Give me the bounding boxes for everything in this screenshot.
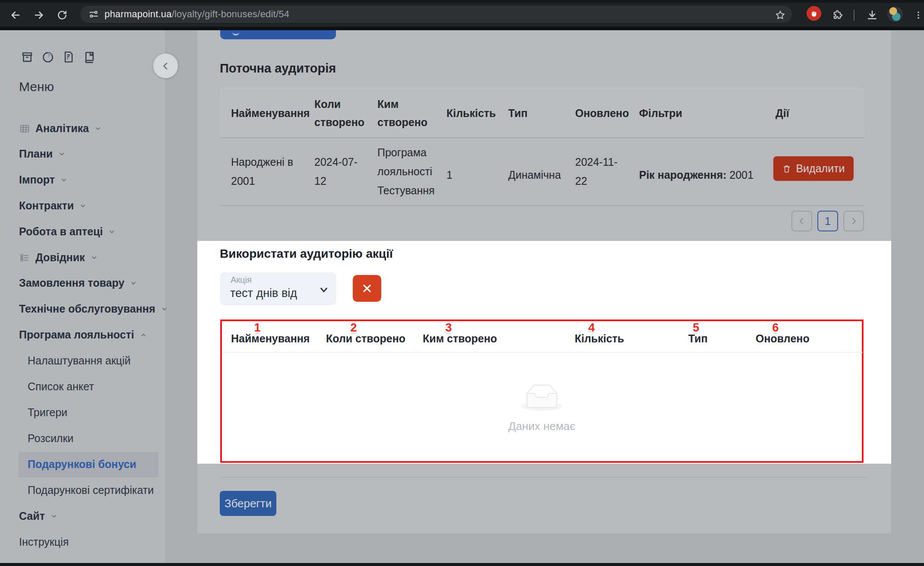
box-col-type: Тип [688, 332, 708, 345]
chevron-left-icon [797, 217, 806, 225]
chevron-down-icon [108, 228, 116, 236]
grid-icon [19, 123, 30, 134]
sidebar-item-rozsylky[interactable]: Розсилки [28, 432, 73, 445]
sidebar-item-podarunkovi-bonusy[interactable]: Подарункові бонуси [28, 458, 136, 471]
sidebar-menu-title: Меню [19, 79, 54, 94]
sidebar-item-sait[interactable]: Сайт [19, 510, 58, 522]
pie-chart-icon[interactable] [41, 50, 55, 64]
list-icon [19, 252, 30, 263]
sidebar-item-plany[interactable]: Плани [19, 148, 66, 160]
promo-select-label: Акція [231, 275, 252, 285]
chevron-right-icon [849, 217, 858, 225]
col-actions: Дії [775, 104, 789, 122]
box-header-divider [222, 352, 863, 353]
col-filters: Фільтри [639, 104, 682, 122]
sidebar-item-prohrama-loialnosti[interactable]: Програма лояльності [19, 329, 147, 341]
cell-created-at: 2024-07-12 [314, 152, 363, 190]
box-col-name: Найменування [231, 332, 310, 345]
cell-count: 1 [446, 165, 453, 184]
url-domain: pharmapoint.ua [104, 9, 172, 19]
box-col-updated: Оновлено [756, 332, 810, 345]
empty-inbox-icon [521, 384, 563, 411]
sidebar-item-podarunkovi-sertyfikaty[interactable]: Подарункові сертифікати [28, 484, 154, 496]
url-path: /loyalty/gift-bonuses/edit/54 [172, 9, 289, 19]
sidebar-item-tehnichne[interactable]: Технічне обслуговування [19, 303, 168, 315]
browser-menu-icon[interactable] [910, 6, 924, 24]
site-info-icon[interactable] [88, 9, 99, 20]
sidebar-item-zamovlennia[interactable]: Замовлення товару [19, 277, 137, 289]
sidebar-item-robota-v-apteci[interactable]: Робота в аптеці [19, 225, 116, 238]
pagination-prev-button[interactable] [791, 211, 812, 231]
col-count: Кількість [446, 104, 496, 122]
clear-selection-button[interactable] [353, 275, 381, 302]
sidebar-item-instrukcia[interactable]: Інструкція [19, 536, 69, 548]
browser-tabstrip [0, 0, 924, 3]
forward-icon[interactable] [30, 6, 47, 24]
browser-toolbar-edge [0, 27, 924, 30]
delete-audience-button[interactable]: Видалити [773, 156, 854, 181]
chevron-down-icon [58, 150, 66, 158]
adblock-extension-icon[interactable] [807, 6, 821, 21]
cell-name: Народжені в 2001 [231, 152, 302, 190]
browser-profile-avatar[interactable] [887, 6, 903, 22]
col-created-at: Коли створено [314, 95, 362, 131]
table-divider-bottom [220, 205, 864, 206]
col-created-by: Ким створено [377, 95, 418, 131]
chevron-down-icon [90, 254, 98, 262]
reload-icon[interactable] [54, 6, 71, 24]
filter-label: Рік народження: [639, 169, 727, 181]
pagination-page-1[interactable]: 1 [817, 211, 838, 231]
current-audience-title: Поточна аудиторія [220, 61, 336, 76]
sidebar-item-spysok-anket[interactable]: Список анкет [28, 380, 94, 393]
chevron-down-icon [161, 305, 168, 313]
sidebar-item-kontrakty[interactable]: Контракти [19, 199, 87, 212]
app-root: pharmapoint.ua/loyalty/gift-bonuses/edit… [0, 0, 924, 566]
chevron-down-icon [130, 279, 137, 287]
toolbar-separator [854, 9, 854, 21]
box-col-created-at: Коли створено [326, 332, 405, 345]
cell-updated: 2024-11-22 [575, 152, 623, 190]
chevron-down-icon [79, 202, 87, 210]
address-bar[interactable]: pharmapoint.ua/loyalty/gift-bonuses/edit… [80, 6, 792, 23]
filter-value: 2001 [727, 169, 754, 181]
col-name: Найменування [231, 104, 310, 122]
document-icon[interactable] [62, 50, 76, 64]
sidebar-collapse-button[interactable] [153, 54, 178, 78]
chevron-down-icon [60, 176, 68, 184]
sidebar-item-dovidnyk[interactable]: Довідник [19, 251, 98, 264]
chevron-up-icon [139, 331, 147, 339]
chevron-down-icon [94, 125, 102, 133]
promo-select-value: тест днів від [230, 287, 297, 300]
sidebar [0, 30, 166, 563]
close-icon [361, 283, 373, 294]
downloads-icon[interactable] [864, 6, 881, 24]
bookmark-star-icon[interactable] [772, 6, 789, 24]
sidebar-item-tryhery[interactable]: Тригери [28, 406, 67, 419]
extensions-puzzle-icon[interactable] [829, 6, 846, 24]
save-button[interactable]: Зберегти [220, 491, 276, 516]
sidebar-item-import[interactable]: Імпорт [19, 174, 68, 186]
sidebar-item-analitika[interactable]: Аналітика [19, 122, 102, 135]
table-divider [220, 137, 864, 138]
use-audience-title: Використати аудиторію акції [220, 247, 393, 261]
col-type: Тип [508, 104, 528, 122]
trash-icon [782, 164, 791, 174]
sidebar-item-nalashtuvannia-akcii[interactable]: Налаштування акцій [28, 354, 130, 367]
select-chevron-down-icon[interactable] [318, 284, 329, 295]
box-col-count: Кількість [575, 332, 624, 345]
cell-filters: Рік народження: 2001 [639, 165, 753, 184]
empty-state-text: Даних немає [508, 420, 576, 433]
book-icon[interactable] [82, 50, 96, 64]
cell-type: Динамічна [508, 165, 561, 184]
footer-divider [220, 477, 869, 477]
chevron-down-icon [50, 512, 58, 520]
col-updated: Оновлено [575, 104, 629, 122]
box-col-created-by: Ким створено [423, 332, 497, 345]
window-bottom-edge [0, 563, 924, 566]
back-icon[interactable] [7, 6, 24, 24]
pagination-next-button[interactable] [843, 211, 864, 231]
archive-box-icon[interactable] [20, 50, 34, 64]
